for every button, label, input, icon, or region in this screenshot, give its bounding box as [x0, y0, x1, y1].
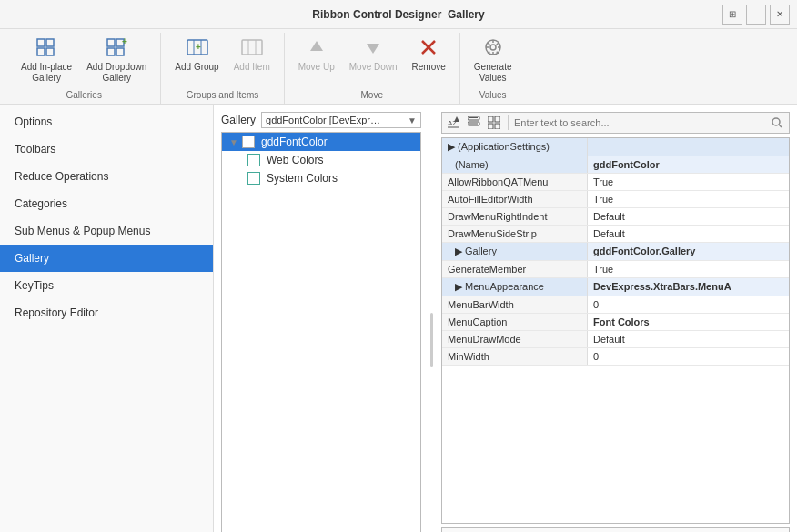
description-panel: (Name) Indicates the name used in code t…: [441, 527, 790, 532]
minimize-button[interactable]: —: [746, 5, 766, 25]
body-panel: Gallery gddFontColor [DevExpress.XtraB..…: [214, 105, 797, 532]
panel-divider: [429, 112, 434, 532]
prop-row-menudrawmode[interactable]: MenuDrawMode Default: [442, 331, 789, 348]
svg-rect-3: [46, 48, 54, 55]
sort-category-button[interactable]: [466, 115, 482, 131]
section-arrow: ▶: [448, 141, 458, 152]
ribbon-group-move-items: Move Up Move Down Remove: [292, 33, 452, 88]
add-inplace-gallery-icon: [35, 37, 57, 60]
gallery-dropdown-arrow-icon: ▼: [408, 115, 417, 125]
ribbon-group-values-items: GenerateValues: [468, 33, 519, 88]
tree-item-web-colors-label: Web Colors: [267, 154, 323, 166]
move-down-button[interactable]: Move Down: [343, 33, 404, 88]
prop-row-menucaption[interactable]: MenuCaption Font Colors: [442, 314, 789, 331]
add-group-button[interactable]: + Add Group: [168, 33, 225, 88]
tree-item-icon: [242, 136, 255, 148]
prop-row-allow-ribbon[interactable]: AllowRibbonQATMenu True: [442, 174, 789, 191]
menuapp-expand-icon: ▶: [455, 281, 465, 292]
properties-panel: AZ: [441, 112, 790, 532]
generate-values-button[interactable]: GenerateValues: [468, 33, 519, 88]
sidebar-item-keytips[interactable]: KeyTips: [0, 272, 213, 299]
prop-row-generatemember[interactable]: GenerateMember True: [442, 261, 789, 278]
window-title: Ribbon Control Designer Gallery: [312, 8, 484, 21]
title-bar: Ribbon Control Designer Gallery ⊞ — ✕: [0, 0, 797, 29]
svg-rect-1: [46, 39, 54, 46]
svg-line-42: [779, 125, 782, 127]
divider-handle: [430, 313, 433, 367]
ribbon-group-galleries-label: Galleries: [15, 88, 153, 100]
ribbon-group-galleries-items: Add In-placeGallery + Add DropdownGaller…: [15, 33, 153, 88]
ribbon-group-groups-items: + Add Group Add Item Groups and Items: [161, 33, 284, 104]
props-view-button[interactable]: [486, 115, 502, 131]
gallery-expand-icon: ▶: [455, 246, 465, 256]
gallery-tree: ▼ gddFontColor Web Colors System Colors: [221, 132, 421, 532]
prop-row-drawmenuside[interactable]: DrawMenuSideStrip Default: [442, 226, 789, 243]
gallery-dropdown-value: gddFontColor [DevExpress.XtraB...: [266, 115, 384, 125]
tree-item-system-colors-label: System Colors: [267, 172, 338, 185]
ribbon-toolbar: Add In-placeGallery + Add DropdownGaller…: [0, 29, 797, 105]
move-up-label: Move Up: [298, 62, 335, 73]
prop-row-name[interactable]: (Name) gddFontColor: [442, 156, 789, 174]
add-item-button[interactable]: Add Item: [227, 33, 277, 88]
props-search-button[interactable]: [769, 115, 785, 131]
grid-button[interactable]: ⊞: [722, 5, 742, 25]
svg-marker-16: [310, 41, 323, 51]
prop-row-menuappearance[interactable]: ▶ MenuAppearance DevExpress.XtraBars.Men…: [442, 278, 789, 296]
sidebar-item-repository-editor[interactable]: Repository Editor: [0, 299, 213, 326]
remove-button[interactable]: Remove: [406, 33, 452, 88]
prop-section-app-settings[interactable]: ▶ (ApplicationSettings): [442, 138, 789, 156]
sort-alpha-button[interactable]: AZ: [446, 115, 462, 131]
svg-line-28: [496, 43, 498, 45]
move-up-icon: [307, 37, 327, 60]
title-prefix: Ribbon Control Designer: [312, 8, 441, 21]
gallery-header: Gallery gddFontColor [DevExpress.XtraB..…: [221, 112, 421, 128]
svg-rect-4: [107, 39, 115, 46]
sidebar-item-reduce-operations[interactable]: Reduce Operations: [0, 163, 213, 190]
sidebar-item-options[interactable]: Options: [0, 108, 213, 136]
toolbar-divider: [508, 115, 509, 130]
tree-item-web-colors[interactable]: Web Colors: [222, 151, 420, 169]
add-inplace-gallery-button[interactable]: Add In-placeGallery: [15, 33, 78, 88]
svg-rect-38: [495, 116, 500, 122]
content-area: Gallery gddFontColor [DevExpress.XtraB..…: [214, 105, 797, 532]
svg-rect-0: [37, 39, 45, 46]
ribbon-group-move-label: Move: [292, 88, 452, 100]
prop-row-autofill[interactable]: AutoFillEditorWidth True: [442, 191, 789, 208]
prop-row-gallery[interactable]: ▶ Gallery gddFontColor.Gallery: [442, 243, 789, 261]
tree-expand-icon: ▼: [229, 137, 238, 147]
move-up-button[interactable]: Move Up: [292, 33, 341, 88]
generate-values-icon: [482, 37, 504, 60]
prop-row-minwidth[interactable]: MinWidth 0: [442, 348, 789, 366]
props-search-input[interactable]: [514, 117, 765, 128]
svg-point-41: [772, 118, 780, 125]
section-label: (ApplicationSettings): [458, 141, 550, 152]
move-down-icon: [363, 37, 383, 60]
svg-line-26: [488, 43, 489, 45]
prop-row-menubarwidth[interactable]: MenuBarWidth 0: [442, 296, 789, 314]
tree-item-label: gddFontColor: [261, 136, 328, 148]
sidebar-item-sub-menus[interactable]: Sub Menus & Popup Menus: [0, 217, 213, 245]
remove-label: Remove: [412, 62, 446, 73]
svg-rect-39: [488, 124, 493, 129]
svg-rect-6: [107, 48, 115, 55]
add-dropdown-gallery-icon: +: [106, 37, 127, 60]
close-window-button[interactable]: ✕: [770, 5, 790, 25]
add-inplace-gallery-label: Add In-placeGallery: [21, 62, 72, 84]
gallery-expand-label: Gallery: [465, 246, 497, 256]
svg-marker-17: [367, 44, 379, 54]
tree-item-system-colors-icon: [247, 172, 260, 185]
tree-item-gddFontColor[interactable]: ▼ gddFontColor: [222, 133, 420, 151]
sidebar: Options Toolbars Reduce Operations Categ…: [0, 105, 214, 532]
title-app: Gallery: [448, 8, 485, 21]
prop-row-drawmenuright[interactable]: DrawMenuRightIndent Default: [442, 208, 789, 226]
sidebar-item-toolbars[interactable]: Toolbars: [0, 136, 213, 163]
gallery-dropdown[interactable]: gddFontColor [DevExpress.XtraB... ▼: [261, 112, 421, 128]
sidebar-item-gallery[interactable]: Gallery: [0, 245, 213, 272]
add-group-icon: +: [187, 37, 208, 60]
sidebar-item-categories[interactable]: Categories: [0, 190, 213, 217]
move-down-label: Move Down: [349, 62, 398, 73]
tree-item-system-colors[interactable]: System Colors: [222, 169, 420, 187]
gallery-label: Gallery: [221, 114, 256, 126]
window-controls: ⊞ — ✕: [722, 5, 790, 25]
add-dropdown-gallery-button[interactable]: + Add DropdownGallery: [80, 33, 153, 88]
